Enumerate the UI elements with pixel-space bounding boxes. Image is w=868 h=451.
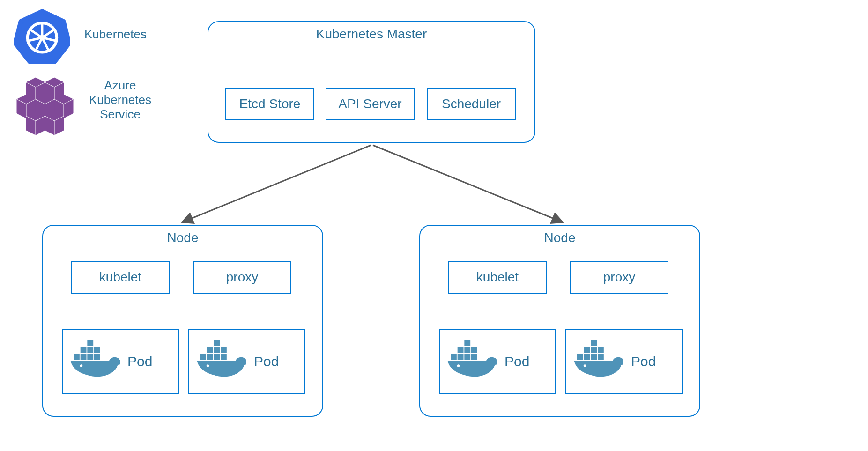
svg-rect-45: [458, 354, 464, 360]
svg-rect-44: [451, 354, 457, 360]
svg-rect-55: [591, 354, 597, 360]
api-server-box: API Server: [326, 88, 415, 120]
node-right-container: Node kubelet proxy Pod: [419, 225, 700, 417]
pod-label: Pod: [631, 354, 656, 370]
svg-point-43: [207, 364, 209, 367]
node-left-container: Node kubelet proxy Pod: [42, 225, 323, 417]
pod-label: Pod: [127, 354, 152, 370]
svg-rect-56: [598, 354, 604, 360]
kubernetes-label: Kubernetes: [84, 27, 147, 42]
node-right-title: Node: [420, 230, 699, 245]
docker-icon: [195, 339, 246, 384]
svg-rect-53: [577, 354, 583, 360]
node-right-kubelet-box: kubelet: [448, 261, 547, 294]
svg-rect-50: [471, 347, 477, 353]
svg-rect-41: [221, 347, 227, 353]
svg-rect-60: [591, 340, 597, 346]
node-left-pod-2: Pod: [188, 329, 305, 394]
svg-rect-27: [81, 354, 87, 360]
svg-point-61: [584, 364, 586, 367]
docker-icon: [68, 339, 120, 384]
node-left-title: Node: [43, 230, 322, 245]
master-title: Kubernetes Master: [208, 27, 534, 42]
svg-rect-29: [94, 354, 100, 360]
pod-label: Pod: [254, 354, 279, 370]
etcd-store-box: Etcd Store: [225, 88, 314, 120]
node-right-pod-1: Pod: [439, 329, 556, 394]
svg-rect-35: [200, 354, 206, 360]
node-left-proxy-box: proxy: [193, 261, 291, 294]
docker-icon: [445, 339, 497, 384]
node-right-proxy-box: proxy: [570, 261, 668, 294]
docker-icon: [572, 339, 623, 384]
svg-rect-26: [74, 354, 80, 360]
node-left-pod-1: Pod: [62, 329, 179, 394]
svg-rect-33: [87, 340, 93, 346]
svg-rect-57: [584, 347, 590, 353]
svg-rect-31: [87, 347, 93, 353]
svg-line-25: [373, 145, 562, 222]
diagram-canvas: Kubernetes: [0, 0, 868, 451]
svg-rect-47: [471, 354, 477, 360]
svg-rect-46: [464, 354, 470, 360]
aks-logo-icon: [8, 69, 79, 137]
svg-line-24: [183, 145, 371, 222]
svg-rect-38: [221, 354, 227, 360]
node-right-pod-2: Pod: [565, 329, 683, 394]
svg-rect-36: [207, 354, 213, 360]
svg-point-52: [457, 364, 460, 367]
svg-rect-49: [464, 347, 470, 353]
pod-label: Pod: [504, 354, 529, 370]
aks-label: Azure Kubernetes Service: [89, 78, 151, 122]
svg-rect-48: [458, 347, 464, 353]
svg-rect-39: [207, 347, 213, 353]
aks-label-line2: Kubernetes: [89, 93, 151, 107]
scheduler-box: Scheduler: [427, 88, 516, 120]
svg-rect-30: [81, 347, 87, 353]
svg-rect-37: [214, 354, 220, 360]
svg-rect-42: [214, 340, 220, 346]
svg-rect-58: [591, 347, 597, 353]
aks-label-line1: Azure: [104, 78, 136, 92]
svg-rect-28: [87, 354, 93, 360]
svg-rect-51: [464, 340, 470, 346]
svg-rect-40: [214, 347, 220, 353]
svg-rect-54: [584, 354, 590, 360]
svg-rect-32: [94, 347, 100, 353]
master-container: Kubernetes Master Etcd Store API Server …: [208, 21, 535, 143]
svg-rect-59: [598, 347, 604, 353]
node-left-kubelet-box: kubelet: [71, 261, 170, 294]
aks-label-line3: Service: [100, 107, 141, 121]
kubernetes-logo-icon: [14, 8, 70, 67]
svg-point-34: [80, 364, 83, 367]
